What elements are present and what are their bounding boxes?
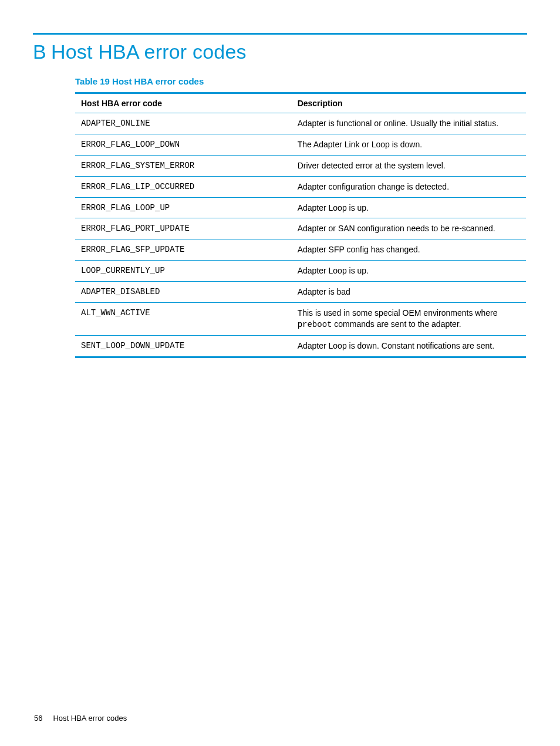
table-row: LOOP_CURRENTLY_UP Adapter Loop is up. bbox=[75, 261, 526, 282]
desc-cell: Adapter Loop is up. bbox=[292, 197, 526, 218]
desc-mono: preboot bbox=[298, 320, 332, 329]
top-rule bbox=[33, 33, 527, 35]
desc-cell: Adapter Loop is down. Constant notificat… bbox=[292, 335, 526, 357]
code-cell: SENT_LOOP_DOWN_UPDATE bbox=[75, 335, 292, 357]
table-row: ERROR_FLAG_LOOP_UP Adapter Loop is up. bbox=[75, 197, 526, 218]
heading-text: Host HBA error codes bbox=[51, 40, 247, 63]
heading-letter: B bbox=[33, 40, 46, 63]
table-row: ERROR_FLAG_PORT_UPDATE Adapter or SAN co… bbox=[75, 218, 526, 239]
table-row: ERROR_FLAG_LIP_OCCURRED Adapter configur… bbox=[75, 176, 526, 197]
table-header-row: Host HBA error code Description bbox=[75, 93, 526, 113]
table-row: ERROR_FLAG_SYSTEM_ERROR Driver detected … bbox=[75, 155, 526, 176]
code-cell: ERROR_FLAG_SYSTEM_ERROR bbox=[75, 155, 292, 176]
table-caption: Table 19 Host HBA error codes bbox=[75, 76, 526, 86]
table-row: ERROR_FLAG_SFP_UPDATE Adapter SFP config… bbox=[75, 239, 526, 261]
header-code: Host HBA error code bbox=[75, 93, 292, 113]
desc-pre: This is used in some special OEM environ… bbox=[298, 308, 498, 318]
table-row: ADAPTER_ONLINE Adapter is functional or … bbox=[75, 113, 526, 134]
table-row: ALT_WWN_ACTIVE This is used in some spec… bbox=[75, 303, 526, 336]
table-row: ERROR_FLAG_LOOP_DOWN The Adapter Link or… bbox=[75, 134, 526, 155]
code-cell: LOOP_CURRENTLY_UP bbox=[75, 261, 292, 282]
desc-cell: Driver detected error at the system leve… bbox=[292, 155, 526, 176]
code-cell: ADAPTER_DISABLED bbox=[75, 282, 292, 303]
page-title: BHost HBA error codes bbox=[33, 40, 527, 63]
code-cell: ADAPTER_ONLINE bbox=[75, 113, 292, 134]
footer-page-number: 56 bbox=[34, 714, 42, 723]
code-cell: ERROR_FLAG_LOOP_DOWN bbox=[75, 134, 292, 155]
content-block: Table 19 Host HBA error codes Host HBA e… bbox=[75, 76, 526, 358]
code-cell: ERROR_FLAG_LIP_OCCURRED bbox=[75, 176, 292, 197]
desc-cell: Adapter is functional or online. Usually… bbox=[292, 113, 526, 134]
code-cell: ERROR_FLAG_PORT_UPDATE bbox=[75, 218, 292, 239]
desc-cell: Adapter is bad bbox=[292, 282, 526, 303]
desc-cell: Adapter Loop is up. bbox=[292, 261, 526, 282]
desc-cell: Adapter configuration change is detected… bbox=[292, 176, 526, 197]
footer-section: Host HBA error codes bbox=[53, 714, 127, 723]
code-cell: ERROR_FLAG_LOOP_UP bbox=[75, 197, 292, 218]
table-row: ADAPTER_DISABLED Adapter is bad bbox=[75, 282, 526, 303]
code-cell: ERROR_FLAG_SFP_UPDATE bbox=[75, 239, 292, 261]
desc-cell: The Adapter Link or Loop is down. bbox=[292, 134, 526, 155]
desc-cell: Adapter SFP config has changed. bbox=[292, 239, 526, 261]
desc-cell: This is used in some special OEM environ… bbox=[292, 303, 526, 336]
desc-post: commands are sent to the adapter. bbox=[332, 319, 461, 329]
page-footer: 56Host HBA error codes bbox=[34, 714, 127, 723]
page-container: BHost HBA error codes Table 19 Host HBA … bbox=[0, 0, 560, 746]
code-cell: ALT_WWN_ACTIVE bbox=[75, 303, 292, 336]
table-row: SENT_LOOP_DOWN_UPDATE Adapter Loop is do… bbox=[75, 335, 526, 357]
desc-cell: Adapter or SAN configuration needs to be… bbox=[292, 218, 526, 239]
header-desc: Description bbox=[292, 93, 526, 113]
error-codes-table: Host HBA error code Description ADAPTER_… bbox=[75, 92, 526, 358]
